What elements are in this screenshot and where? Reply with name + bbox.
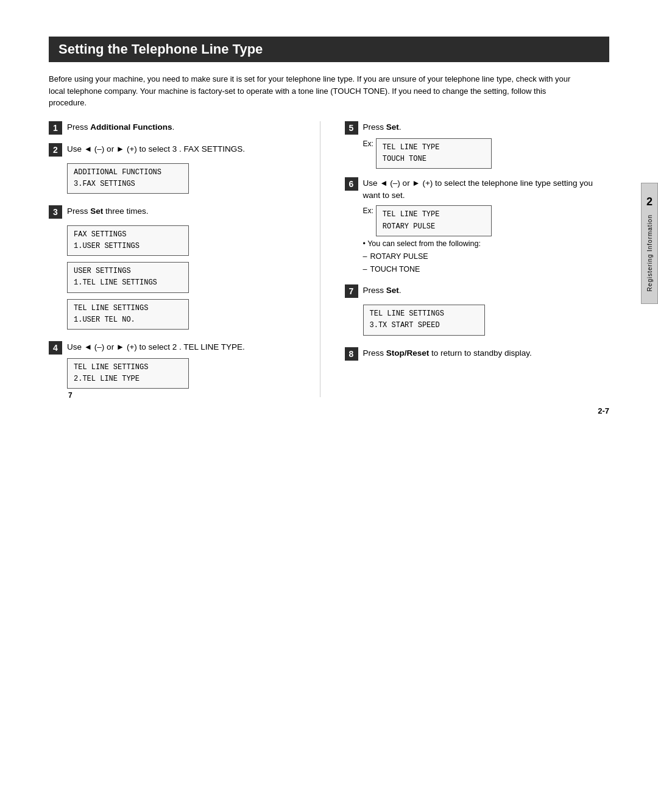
step-6-header: 6 Use ◄ (–) or ► (+) to select the telep… <box>345 177 610 202</box>
step-7-number: 7 <box>345 284 358 298</box>
step-6-bullet-main: • You can select from the following: <box>363 239 610 248</box>
step-6-lcd-line1: TEL LINE TYPE <box>383 210 440 219</box>
step-1-header: 1 Press Additional Functions. <box>49 121 314 135</box>
step-3-bold: Set <box>90 207 103 216</box>
step-3-number: 3 <box>49 205 62 219</box>
step-2: 2 Use ◄ (–) or ► (+) to select 3 . FAX S… <box>49 143 314 197</box>
step-7: 7 Press Set. TEL LINE SETTINGS 3.TX STAR… <box>345 284 610 338</box>
step-4-lcd-line2: 2.TEL LINE TYPE <box>74 375 140 383</box>
step-5: 5 Press Set. Ex: TEL LINE TYPE TOUCH TON… <box>345 121 610 169</box>
step-5-lcd: TEL LINE TYPE TOUCH TONE <box>376 138 492 169</box>
step-1: 1 Press Additional Functions. <box>49 121 314 135</box>
step-5-lcd-wrapper: Ex: TEL LINE TYPE TOUCH TONE <box>363 138 610 169</box>
sidebar-tab-text: Registering Information <box>646 214 653 291</box>
step-5-ex-label: Ex: <box>363 139 373 148</box>
step-2-text: Use ◄ (–) or ► (+) to select 3 . FAX SET… <box>67 143 314 155</box>
left-column: 1 Press Additional Functions. 2 Use ◄ (–… <box>49 121 320 398</box>
step-4-header: 4 Use ◄ (–) or ► (+) to select 2 . TEL L… <box>49 341 314 355</box>
step-6-bullet-item-1: ROTARY PULSE <box>363 250 610 263</box>
step-2-number: 2 <box>49 143 62 157</box>
step-7-lcd-line1: TEL LINE SETTINGS <box>370 309 444 318</box>
step-3: 3 Press Set three times. FAX SETTINGS 1.… <box>49 205 314 333</box>
step-7-header: 7 Press Set. <box>345 284 610 298</box>
step-7-text: Press Set. <box>363 284 610 297</box>
step-4-number: 4 <box>49 341 62 355</box>
step-3-lcd2-line2: 1.TEL LINE SETTINGS <box>74 278 157 287</box>
step-4-footnote: 7 <box>68 391 73 400</box>
right-column: 5 Press Set. Ex: TEL LINE TYPE TOUCH TON… <box>339 121 610 398</box>
step-6-lcd: TEL LINE TYPE ROTARY PULSE <box>376 205 492 236</box>
step-3-lcd2: USER SETTINGS 1.TEL LINE SETTINGS <box>67 262 189 292</box>
step-4-text: Use ◄ (–) or ► (+) to select 2 . TEL LIN… <box>67 341 314 353</box>
step-3-lcd1-line1: FAX SETTINGS <box>74 230 126 239</box>
step-5-text: Press Set. <box>363 121 610 133</box>
step-7-bold: Set <box>386 286 399 295</box>
step-1-bold: Additional Functions <box>90 122 172 132</box>
step-3-lcd3-line2: 1.USER TEL NO. <box>74 316 135 324</box>
step-8-text: Press Stop/Reset to return to standby di… <box>363 347 610 359</box>
sidebar-tab-number: 2 <box>646 196 653 208</box>
step-3-header: 3 Press Set three times. <box>49 205 314 219</box>
step-6-text: Use ◄ (–) or ► (+) to select the telepho… <box>363 177 610 202</box>
step-6-bullet-item-2: TOUCH TONE <box>363 263 610 276</box>
step-3-lcd1-line2: 1.USER SETTINGS <box>74 242 140 250</box>
step-5-lcd-line1: TEL LINE TYPE <box>383 143 440 152</box>
step-8-number: 8 <box>345 347 358 361</box>
step-4-lcd: TEL LINE SETTINGS 2.TEL LINE TYPE <box>67 358 189 389</box>
step-8: 8 Press Stop/Reset to return to standby … <box>345 347 610 361</box>
step-3-text: Press Set three times. <box>67 205 314 217</box>
step-1-text: Press Additional Functions. <box>67 121 314 133</box>
step-3-lcd3: TEL LINE SETTINGS 1.USER TEL NO. <box>67 299 189 330</box>
step-3-lcd2-line1: USER SETTINGS <box>74 267 131 275</box>
step-2-header: 2 Use ◄ (–) or ► (+) to select 3 . FAX S… <box>49 143 314 157</box>
step-2-lcd-line1: ADDITIONAL FUNCTIONS <box>74 168 161 177</box>
step-2-lcd-line2: 3.FAX SETTINGS <box>74 180 135 188</box>
step-6-ex-label: Ex: <box>363 207 373 215</box>
step-6-bullet-list: ROTARY PULSE TOUCH TONE <box>363 250 610 277</box>
page-title: Setting the Telephone Line Type <box>49 37 609 62</box>
step-1-number: 1 <box>49 121 62 135</box>
step-5-lcd-line2: TOUCH TONE <box>383 155 426 163</box>
step-3-lcd3-line1: TEL LINE SETTINGS <box>74 304 148 312</box>
sidebar-tab: 2 Registering Information <box>641 183 658 304</box>
step-7-lcd-line2: 3.TX START SPEED <box>370 321 440 330</box>
step-7-lcd: TEL LINE SETTINGS 3.TX START SPEED <box>363 305 485 335</box>
intro-paragraph: Before using your machine, you need to m… <box>49 73 573 109</box>
two-column-layout: 1 Press Additional Functions. 2 Use ◄ (–… <box>49 121 609 398</box>
step-4: 4 Use ◄ (–) or ► (+) to select 2 . TEL L… <box>49 341 314 389</box>
step-5-bold: Set <box>386 122 399 132</box>
page-content: Setting the Telephone Line Type Before u… <box>0 0 658 434</box>
step-6-lcd-wrapper: Ex: TEL LINE TYPE ROTARY PULSE <box>363 205 610 236</box>
step-8-header: 8 Press Stop/Reset to return to standby … <box>345 347 610 361</box>
step-3-lcd1: FAX SETTINGS 1.USER SETTINGS <box>67 225 189 256</box>
page-number: 2-7 <box>598 406 609 415</box>
step-6-lcd-line2: ROTARY PULSE <box>383 222 435 231</box>
step-5-number: 5 <box>345 121 358 135</box>
step-8-bold: Stop/Reset <box>386 348 430 358</box>
step-2-lcd: ADDITIONAL FUNCTIONS 3.FAX SETTINGS <box>67 163 189 194</box>
step-5-header: 5 Press Set. <box>345 121 610 135</box>
step-6-number: 6 <box>345 177 358 191</box>
step-4-lcd-line1: TEL LINE SETTINGS <box>74 363 148 372</box>
step-6: 6 Use ◄ (–) or ► (+) to select the telep… <box>345 177 610 276</box>
